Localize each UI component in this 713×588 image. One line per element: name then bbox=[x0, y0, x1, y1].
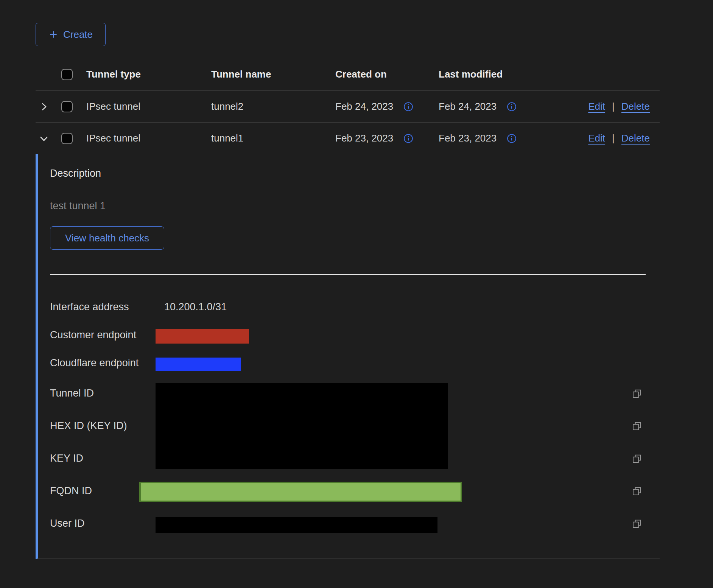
key-id-label: KEY ID bbox=[50, 453, 83, 464]
info-icon[interactable] bbox=[506, 101, 517, 112]
created-on-value: Feb 23, 2023 bbox=[335, 132, 393, 144]
copy-icon[interactable] bbox=[631, 420, 643, 432]
row-checkbox[interactable] bbox=[61, 101, 73, 112]
last-modified-value: Feb 23, 2023 bbox=[439, 132, 497, 144]
user-id-redacted-value bbox=[156, 517, 437, 533]
column-header-last-modified: Last modified bbox=[439, 68, 583, 80]
fqdn-id-redacted-value bbox=[139, 482, 462, 502]
column-header-tunnel-type: Tunnel type bbox=[86, 68, 211, 80]
customer-endpoint-label: Customer endpoint bbox=[50, 329, 136, 341]
delete-link[interactable]: Delete bbox=[621, 101, 650, 112]
edit-link[interactable]: Edit bbox=[588, 132, 605, 144]
action-separator: | bbox=[612, 132, 615, 144]
create-button-label: Create bbox=[63, 29, 93, 40]
customer-endpoint-redacted-value bbox=[156, 329, 249, 344]
row-checkbox[interactable] bbox=[61, 133, 73, 144]
hex-id-label: HEX ID (KEY ID) bbox=[50, 420, 127, 432]
user-id-label: User ID bbox=[50, 518, 85, 529]
tunnels-page: Create Tunnel type Tunnel name Created o… bbox=[0, 0, 713, 588]
view-health-checks-button[interactable]: View health checks bbox=[50, 226, 164, 250]
interface-address-label: Interface address bbox=[50, 301, 129, 313]
table-row-tunnel1: IPsec tunnel tunnel1 Feb 23, 2023 Feb 23… bbox=[36, 123, 660, 154]
create-button[interactable]: Create bbox=[36, 23, 106, 46]
section-divider bbox=[50, 274, 646, 275]
cloudflare-endpoint-label: Cloudflare endpoint bbox=[50, 357, 139, 369]
info-icon[interactable] bbox=[403, 101, 414, 112]
tunnel-type-cell: IPsec tunnel bbox=[86, 132, 211, 144]
tunnel-type-cell: IPsec tunnel bbox=[86, 101, 211, 112]
cloudflare-endpoint-redacted-value bbox=[156, 358, 241, 371]
created-on-value: Feb 24, 2023 bbox=[335, 101, 393, 112]
column-header-created-on: Created on bbox=[335, 68, 439, 80]
delete-link[interactable]: Delete bbox=[621, 132, 650, 144]
chevron-right-icon[interactable] bbox=[39, 101, 49, 112]
tunnels-table: Tunnel type Tunnel name Created on Last … bbox=[36, 58, 660, 154]
tunnel-id-label: Tunnel ID bbox=[50, 387, 94, 399]
chevron-down-icon[interactable] bbox=[39, 133, 49, 144]
description-heading: Description bbox=[50, 168, 101, 179]
column-header-tunnel-name: Tunnel name bbox=[211, 68, 335, 80]
table-row-tunnel2: IPsec tunnel tunnel2 Feb 24, 2023 Feb 24… bbox=[36, 91, 660, 123]
tunnel-name-cell: tunnel2 bbox=[211, 101, 335, 112]
select-all-checkbox[interactable] bbox=[61, 69, 73, 80]
copy-icon[interactable] bbox=[631, 453, 643, 464]
action-separator: | bbox=[612, 101, 615, 112]
interface-address-value: 10.200.1.0/31 bbox=[164, 301, 227, 313]
copy-icon[interactable] bbox=[631, 518, 643, 529]
copy-icon[interactable] bbox=[631, 388, 643, 399]
info-icon[interactable] bbox=[403, 133, 414, 144]
edit-link[interactable]: Edit bbox=[588, 101, 605, 112]
tunnel-name-cell: tunnel1 bbox=[211, 132, 335, 144]
table-header-row: Tunnel type Tunnel name Created on Last … bbox=[36, 58, 660, 91]
last-modified-value: Feb 24, 2023 bbox=[439, 101, 497, 112]
fqdn-id-label: FQDN ID bbox=[50, 485, 92, 497]
description-value: test tunnel 1 bbox=[50, 200, 106, 212]
tunnel-ids-redacted-value bbox=[156, 383, 448, 469]
tunnel-detail-panel: Description test tunnel 1 View health ch… bbox=[36, 154, 660, 559]
plus-icon bbox=[48, 30, 58, 39]
copy-icon[interactable] bbox=[631, 485, 643, 497]
info-icon[interactable] bbox=[506, 133, 517, 144]
